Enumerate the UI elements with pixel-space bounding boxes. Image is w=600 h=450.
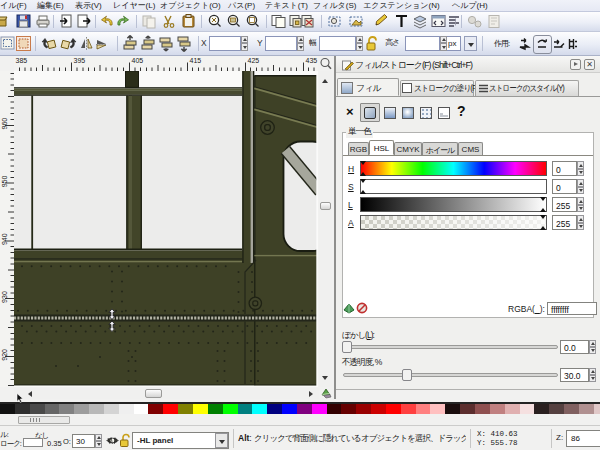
svg-text:395: 395 — [74, 57, 86, 64]
svg-text:930: 930 — [1, 291, 8, 303]
svg-text:435: 435 — [306, 57, 318, 64]
svg-text:385: 385 — [16, 57, 28, 64]
svg-text:425: 425 — [248, 57, 260, 64]
svg-text:960: 960 — [1, 118, 8, 130]
svg-text:415: 415 — [190, 57, 202, 64]
svg-text:920: 920 — [1, 349, 8, 361]
svg-text:950: 950 — [1, 176, 8, 188]
svg-text:940: 940 — [1, 233, 8, 245]
svg-text:405: 405 — [132, 57, 144, 64]
